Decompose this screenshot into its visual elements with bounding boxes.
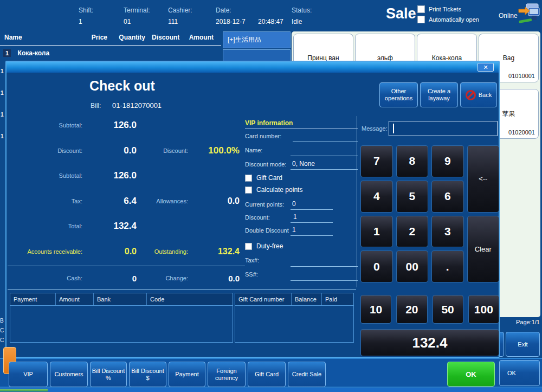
total-label: Total: xyxy=(8,223,82,229)
subtotal-label: Subtotal: xyxy=(8,122,82,128)
message-input[interactable] xyxy=(389,121,498,136)
numpad-key-2[interactable]: 2 xyxy=(396,216,429,248)
vip-section-divider xyxy=(357,116,357,287)
quick-amount-100[interactable]: 100 xyxy=(468,295,499,324)
product-code: 01020001 xyxy=(508,129,535,136)
checkbox-box-icon[interactable] xyxy=(417,5,425,13)
bill-discount-percent-button[interactable]: Bill Discount % xyxy=(90,362,127,387)
giftcard-number-col: Gift Card number xyxy=(235,293,292,305)
status-field: Status: Idle xyxy=(292,7,312,25)
bill-label: Bill: xyxy=(91,102,101,110)
foreign-currency-button[interactable]: Foreign currency xyxy=(208,362,246,387)
outstanding-label: Outstanding: xyxy=(118,248,188,255)
card-number-field[interactable] xyxy=(293,142,358,142)
duty-free-checkbox[interactable]: Duty-free xyxy=(245,242,283,250)
numpad: 7 8 9 <-- 4 5 6 1 2 3 Clear 0 00 . xyxy=(360,145,499,282)
quick-amount-10[interactable]: 10 xyxy=(360,295,391,324)
clear-key[interactable]: Clear xyxy=(467,216,500,283)
network-computer-icon xyxy=(518,3,540,27)
vip-discount-value[interactable]: 1 xyxy=(293,213,297,221)
time-text: 20:48:47 xyxy=(258,18,283,25)
change-label: Change: xyxy=(118,275,188,281)
other-operations-button[interactable]: Other operations xyxy=(379,82,418,107)
numpad-key-dot[interactable]: . xyxy=(431,250,464,282)
print-tickets-checkbox[interactable]: Print Tickets xyxy=(417,5,461,13)
numpad-key-7[interactable]: 7 xyxy=(360,145,393,177)
date-value: 2018-12-7 20:48:47 xyxy=(216,18,283,25)
numpad-key-4[interactable]: 4 xyxy=(360,181,393,213)
create-layaway-button[interactable]: Create a layaway xyxy=(420,82,458,107)
code-col: Code xyxy=(147,293,233,305)
numpad-key-8[interactable]: 8 xyxy=(396,145,429,177)
vip-button[interactable]: VIP xyxy=(9,362,48,387)
numpad-key-00[interactable]: 00 xyxy=(396,250,429,282)
double-discount-label: Double Discount xyxy=(245,227,292,234)
numpad-key-6[interactable]: 6 xyxy=(431,181,464,213)
tax-number-field[interactable] xyxy=(291,266,358,267)
discount-mode-value[interactable]: 0, None xyxy=(292,160,315,168)
cashier-label: Cashier: xyxy=(168,7,192,14)
quick-amount-50[interactable]: 50 xyxy=(433,295,463,324)
status-label: Status: xyxy=(292,7,312,14)
numpad-key-3[interactable]: 3 xyxy=(431,216,464,248)
message-label: Message: xyxy=(362,125,388,132)
payment-button[interactable]: Payment xyxy=(169,362,205,387)
progress-segment xyxy=(0,389,48,391)
balance-col: Balance xyxy=(292,293,322,305)
date-label: Date: xyxy=(216,7,283,14)
discount-mode-field[interactable] xyxy=(291,169,358,170)
subtotal-value: 126.0 xyxy=(82,120,137,131)
main-ok-button[interactable]: OK xyxy=(499,360,540,386)
bill-discount-dollar-button[interactable]: Bill Discount $ xyxy=(129,362,166,387)
calculate-points-checkbox[interactable]: Calculate points xyxy=(245,186,302,194)
amount-due-button[interactable]: 132.4 xyxy=(360,329,499,356)
auto-open-checkbox[interactable]: Automatically open xyxy=(417,16,479,23)
numpad-key-5[interactable]: 5 xyxy=(396,181,429,213)
gift-card-checkbox[interactable]: Gift Card xyxy=(245,174,282,182)
cash-divider xyxy=(8,289,356,290)
pos-sale-screen: Shift: 1 Terminal: 01 Cashier: 111 Date:… xyxy=(0,0,542,392)
text-caret xyxy=(393,124,394,133)
checkbox-box-icon[interactable] xyxy=(417,16,425,23)
back-button[interactable]: Back xyxy=(460,82,497,107)
discount-percent-label: Discount: xyxy=(118,147,188,154)
page-indicator: Page:1/1 xyxy=(508,319,540,325)
checkbox-box-icon[interactable] xyxy=(245,243,252,250)
ss-number-field[interactable] xyxy=(291,280,358,281)
row-number: 1 xyxy=(3,49,11,57)
shift-label: Shift: xyxy=(79,7,93,14)
backspace-key[interactable]: <-- xyxy=(467,145,500,213)
checkbox-box-icon[interactable] xyxy=(245,175,252,182)
close-icon[interactable]: ✕ xyxy=(478,63,494,72)
numpad-key-1[interactable]: 1 xyxy=(360,216,393,248)
vip-section-heading: VIP information xyxy=(245,119,358,129)
date-field: Date: 2018-12-7 20:48:47 xyxy=(216,7,283,25)
outstanding-value: 132.4 xyxy=(188,247,240,256)
numpad-key-0[interactable]: 0 xyxy=(360,250,393,282)
calculate-points-label: Calculate points xyxy=(256,186,302,194)
column-header-quantity: Quantity xyxy=(114,34,145,41)
online-status: Online xyxy=(499,12,518,20)
ok-confirm-button[interactable]: OK xyxy=(447,362,495,387)
double-discount-value[interactable]: 1 xyxy=(292,226,296,234)
quick-amount-20[interactable]: 20 xyxy=(396,295,427,324)
customers-button[interactable]: Customers xyxy=(50,362,88,387)
vip-name-field[interactable] xyxy=(291,156,358,156)
numpad-key-9[interactable]: 9 xyxy=(431,145,464,177)
gift-card-button[interactable]: Gift Card xyxy=(248,362,286,387)
allowances-row: Allowances: 0.0 xyxy=(118,195,240,208)
totals-divider xyxy=(8,266,245,266)
payment-col: Payment xyxy=(10,293,56,305)
vip-discount-field[interactable] xyxy=(291,222,333,223)
checkbox-box-icon[interactable] xyxy=(245,187,252,194)
double-discount-field[interactable] xyxy=(291,235,333,236)
credit-sale-button[interactable]: Credit Sale xyxy=(288,362,326,387)
discount-mode-label: Discount mode: xyxy=(245,161,286,168)
category-tab-household[interactable]: [+]生活用品 xyxy=(223,31,291,48)
exit-button[interactable]: Exit xyxy=(506,332,540,357)
table-row[interactable]: 1 Кока-кола xyxy=(3,48,49,57)
status-value: Idle xyxy=(292,18,312,25)
bill-number: 01-1812070001 xyxy=(112,101,162,110)
product-code: 01010001 xyxy=(508,73,535,79)
bank-col: Bank xyxy=(94,293,147,305)
